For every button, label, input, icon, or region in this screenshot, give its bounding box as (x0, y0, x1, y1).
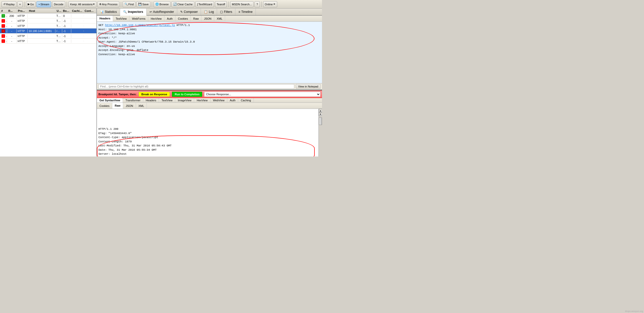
sep4 (152, 2, 152, 7)
col-proto: Pro... (17, 9, 28, 13)
view-notepad-button[interactable]: View in Notepad (296, 84, 320, 89)
online-button[interactable]: Online ✕ (263, 1, 277, 7)
sub-tab-xml[interactable]: XML (214, 16, 225, 21)
process-icon: ⊕ (99, 3, 101, 6)
tab-response-hexview[interactable]: HexView (194, 98, 210, 103)
col-caching: Caching (71, 9, 84, 13)
tab-composer[interactable]: ✎ Composer (177, 9, 201, 15)
tab-response-textview[interactable]: TextView (159, 98, 175, 103)
run-to-completion-button[interactable]: Run to Completion (172, 92, 202, 97)
text-wizard-button[interactable]: ∫ TextWizard (195, 1, 214, 7)
sessions-header: # R... Pro... Host URL Body Caching Cont… (0, 9, 96, 13)
col-num: # (0, 9, 7, 13)
find-bar: View in Notepad (97, 83, 322, 89)
tab-caching[interactable]: Caching (238, 98, 254, 103)
sessions-panel: # R... Pro... Host URL Body Caching Cont… (0, 9, 97, 156)
clear-cache-icon: 🔄 (173, 3, 177, 6)
tearoff-button[interactable]: Tearoff (215, 1, 227, 7)
sessions-list: ↑1 200 HTTP Tunnel to api-glb-tyo.smoot.… (0, 13, 96, 156)
scrollbar-thumb[interactable] (319, 117, 322, 125)
sub-tab-xml-resp[interactable]: XML (136, 103, 147, 109)
breakpoint-bar: Breakpoint hit. Tamper, then: Break on R… (97, 90, 322, 98)
text-wizard-icon: ∫ (197, 3, 198, 6)
col-url: URL (56, 9, 62, 13)
break-on-response-button[interactable]: Break on Response (138, 92, 170, 97)
find-button[interactable]: 🔍 Find (123, 1, 135, 7)
table-row[interactable]: ↑4 - HTTP 10.180.144.1:8081 /static/js/t… (0, 28, 96, 34)
sub-tab-headers[interactable]: Headers (97, 16, 113, 21)
sub-tab-hexview[interactable]: HexView (148, 16, 164, 21)
scrollbar-vertical[interactable]: ▲ ▼ (318, 109, 322, 156)
sub-tab-textview[interactable]: TextView (113, 16, 129, 21)
sub-tab-auth[interactable]: Auth (164, 16, 175, 21)
tab-response-auth[interactable]: Auth (227, 98, 238, 103)
session-icon: ↑ (2, 19, 5, 23)
msdn-search-button[interactable]: MSDN Search... (230, 1, 254, 7)
stream-button[interactable]: ≈ Stream (37, 1, 51, 7)
sub-tab-cookies-resp[interactable]: Cookies (97, 103, 112, 109)
request-url-link[interactable]: http://10.180.144.1:8081/static/js/test.… (105, 24, 175, 27)
autoresponder-icon: ↩ (150, 10, 152, 14)
tab-timeline[interactable]: ≡ Timeline (235, 9, 256, 15)
save-button[interactable]: 💾 Save (136, 1, 150, 7)
table-row[interactable]: ↑2 - HTTP Tunnel to ex2010.paic.com.cn:4… (0, 18, 96, 23)
session-icon: ↑ (2, 24, 5, 28)
response-body-text: HTTP/1.1 200 ETag: "1459403443.0" Conten… (97, 109, 318, 156)
request-sub-tab-bar: Headers TextView WebForms HexView Auth (97, 16, 322, 22)
tab-statistics[interactable]: 📊 Statistics (97, 9, 120, 15)
table-row[interactable]: ↑3 - HTTP Tunnel to api-glb-tyo.smoot.ap… (0, 23, 96, 28)
response-pane: Breakpoint hit. Tamper, then: Break on R… (97, 90, 322, 156)
tab-get-syntax-view[interactable]: Get SyntaxView (97, 98, 123, 103)
tab-inspectors[interactable]: 🔍 Inspectors (120, 9, 147, 16)
stream-icon: ≈ (38, 3, 40, 6)
choose-response-select[interactable]: Choose Response... (204, 92, 320, 97)
browse-button[interactable]: 🌐 Browse (154, 1, 170, 7)
keep-sessions-button[interactable]: Keep: All sessions ▾ (68, 1, 96, 7)
table-row[interactable]: ↑6 - HTTP Tunnel to alt1-safebrowsing.go… (0, 39, 96, 44)
main-container: # R... Pro... Host URL Body Caching Cont… (0, 9, 322, 156)
tab-webview[interactable]: WebView (210, 98, 227, 103)
composer-icon: ✎ (180, 10, 183, 14)
decode-button[interactable]: Decode (52, 1, 65, 7)
breakpoint-label: Breakpoint hit. Tamper, then: (98, 93, 136, 96)
scroll-up-arrow[interactable]: ▲ (319, 109, 322, 112)
tab-filters[interactable]: ▢ Filters (217, 9, 235, 15)
tab-response-headers[interactable]: Headers (143, 98, 159, 103)
right-panel: 📊 Statistics 🔍 Inspectors ↩ AutoResponde… (97, 9, 322, 156)
response-body-area: HTTP/1.1 200 ETag: "1459403443.0" Conten… (97, 109, 322, 156)
find-input[interactable] (98, 84, 294, 89)
sub-tab-cookies[interactable]: Cookies (175, 16, 191, 21)
remove-button[interactable]: × (17, 1, 22, 7)
sub-tab-json-resp[interactable]: JSON (123, 103, 136, 109)
col-host: Host (28, 9, 56, 13)
tab-transformer[interactable]: Transformer (123, 98, 143, 103)
session-icon: ↑ (2, 14, 5, 18)
sub-tab-webforms[interactable]: WebForms (129, 16, 148, 21)
tab-autoresponder[interactable]: ↩ AutoResponder (147, 9, 177, 15)
any-process-button[interactable]: ⊕ Any Process (97, 1, 119, 7)
request-pane: Headers TextView WebForms HexView Auth (97, 16, 322, 90)
sub-tab-raw[interactable]: Raw (191, 16, 201, 21)
col-result: R... (7, 9, 17, 13)
tab-log[interactable]: 📋 Log (201, 9, 217, 15)
sub-tab-raw-resp[interactable]: Raw (112, 103, 123, 109)
replay-button[interactable]: ↺ Replay (2, 1, 16, 7)
go-button[interactable]: ▶ Go (26, 1, 36, 7)
help-button[interactable]: ? (255, 1, 260, 7)
scroll-down-arrow[interactable]: ▼ (319, 112, 322, 116)
sub-tab-json[interactable]: JSON (201, 16, 214, 21)
save-icon: 💾 (138, 3, 142, 6)
inspector-split: Headers TextView WebForms HexView Auth (97, 16, 322, 156)
find-icon: 🔍 (124, 3, 128, 6)
close-icon: ✕ (273, 3, 275, 6)
table-row[interactable]: ↑1 200 HTTP Tunnel to api-glb-tyo.smoot.… (0, 13, 96, 18)
tab-imageview[interactable]: ImageView (175, 98, 194, 103)
log-icon: 📋 (204, 10, 208, 14)
clear-cache-button[interactable]: 🔄 Clear Cache (171, 1, 194, 7)
timeline-icon: ≡ (238, 10, 240, 14)
replay-icon: ↺ (3, 3, 6, 6)
response-tabs: Get SyntaxView Transformer Headers TextV… (97, 98, 322, 103)
sep2 (67, 2, 67, 7)
main-tab-bar: 📊 Statistics 🔍 Inspectors ↩ AutoResponde… (97, 9, 322, 16)
table-row[interactable]: ↑5 - HTTP Tunnel to safebrowsing.google.… (0, 34, 96, 39)
